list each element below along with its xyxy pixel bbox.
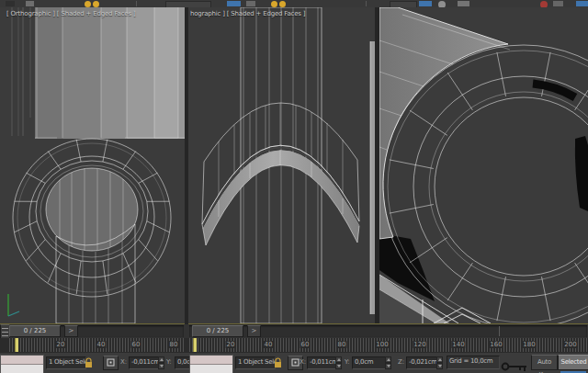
selection-status-field: 1 Object Sele (46, 356, 86, 369)
viewport-left[interactable]: [ Orthographic ] [ Shaded + Edged Faces … (0, 7, 185, 323)
z-label: Z: (398, 358, 404, 366)
middle-viewport-canvas[interactable] (188, 7, 375, 323)
collar-object[interactable] (202, 103, 359, 245)
ruler-number: 60 (131, 341, 141, 348)
viewport-label: [ Orthographic ] [ Shaded + Edged Faces … (6, 10, 135, 17)
x-spinner[interactable] (158, 356, 164, 368)
time-slider-handle-left[interactable]: 0 / 225 (9, 325, 61, 337)
y-coordinate-field[interactable]: 0,0cm (352, 356, 388, 369)
ruler-number: 200 (563, 341, 577, 348)
cylinder-body-object[interactable] (379, 7, 510, 239)
frame-marker-right[interactable] (193, 338, 197, 352)
y-coordinate-field[interactable]: 0,0cm (175, 356, 190, 369)
y-spinner[interactable] (385, 356, 391, 368)
next-frame-button-right[interactable]: > (247, 325, 261, 337)
x-spinner[interactable] (335, 356, 342, 368)
ruler-number: 80 (337, 341, 347, 348)
toolbar-icon[interactable] (227, 1, 241, 6)
absolute-mode-toggle-icon[interactable] (103, 356, 119, 370)
set-key-icon[interactable] (501, 360, 530, 373)
z-spinner[interactable] (436, 356, 443, 368)
x-label: X: (120, 358, 127, 366)
ruler-number: 180 (522, 341, 536, 348)
ruler-number: 120 (413, 341, 426, 348)
x-coordinate-field[interactable]: -0,011cm (307, 356, 338, 369)
ruler-number: 160 (489, 341, 503, 348)
toolbar-icon[interactable] (458, 1, 469, 6)
time-slider-row: 0 / 225 > 0 / 225 > (0, 324, 588, 338)
y-label: Y: (166, 358, 172, 366)
auto-key-button[interactable]: Auto Key (531, 355, 558, 370)
distant-edges (12, 7, 30, 136)
toolbar-icon[interactable] (553, 1, 563, 6)
maxscript-mini-listener[interactable] (189, 355, 233, 373)
toolbar-icon[interactable] (136, 1, 137, 6)
ruler-number: 80 (169, 341, 179, 348)
ruler-number: 20 (226, 341, 236, 348)
slider-track-end-mark (499, 326, 500, 336)
ruler-number: 20 (56, 341, 66, 348)
toolbar-icon[interactable] (93, 1, 99, 7)
y-label: Y: (345, 358, 350, 366)
toolbar-icon[interactable] (576, 1, 588, 6)
selection-status-field: 1 Object Sele (235, 356, 276, 369)
track-bar-row: 20 40 60 80 20 40 60 80 100 120 140 160 … (0, 338, 588, 352)
toolbar-icon[interactable] (26, 1, 34, 6)
right-viewport-canvas[interactable] (379, 7, 588, 323)
viewport-label: hographic ] [ Shaded + Edged Faces ] (190, 10, 305, 17)
time-slider-handle-right[interactable]: 0 / 225 (192, 325, 243, 337)
ruler-number: 140 (451, 341, 465, 348)
x-coordinate-field[interactable]: -0,011cm (129, 356, 160, 369)
ruler-number: 100 (375, 341, 389, 348)
ruler-number: 40 (96, 341, 107, 348)
x-label: X: (300, 358, 306, 366)
max-composite-screenshot: [ Orthographic ] [ Shaded + Edged Faces … (0, 0, 588, 373)
next-frame-button-left[interactable]: > (64, 325, 78, 337)
maxscript-mini-listener[interactable] (0, 355, 44, 373)
ruler-number: 60 (300, 341, 311, 348)
main-toolbar-strip (0, 0, 588, 7)
toolbar-icon[interactable] (246, 1, 255, 6)
ruler-number: 40 (264, 341, 274, 348)
z-coordinate-field[interactable]: -0,021cm (406, 356, 439, 369)
key-filter-selected-button[interactable]: Selected (558, 355, 588, 370)
frame-marker-left[interactable] (15, 338, 18, 352)
status-bar: 1 Object Sele X: -0,011cm Y: 0,0cm 1 Obj… (0, 352, 588, 373)
lock-selection-icon[interactable] (274, 357, 282, 368)
background-cylinder-object[interactable] (35, 7, 185, 139)
viewport-right[interactable] (379, 7, 588, 323)
left-viewport-canvas[interactable] (0, 7, 185, 323)
grid-size-readout: Grid = 10,0cm (447, 356, 500, 369)
toolbar-icon[interactable] (271, 1, 277, 7)
axis-tripod-icon (8, 294, 19, 316)
toolbar-icon[interactable] (419, 1, 432, 6)
lock-selection-icon[interactable] (85, 357, 93, 368)
toolbar-icon[interactable] (366, 1, 367, 6)
toolbar-icon[interactable] (6, 1, 15, 6)
toolbar-icon[interactable] (85, 1, 91, 7)
rim-slot-right (575, 136, 588, 211)
viewport-middle[interactable]: hographic ] [ Shaded + Edged Faces ] (188, 7, 375, 323)
toolbar-icon[interactable] (279, 1, 286, 7)
